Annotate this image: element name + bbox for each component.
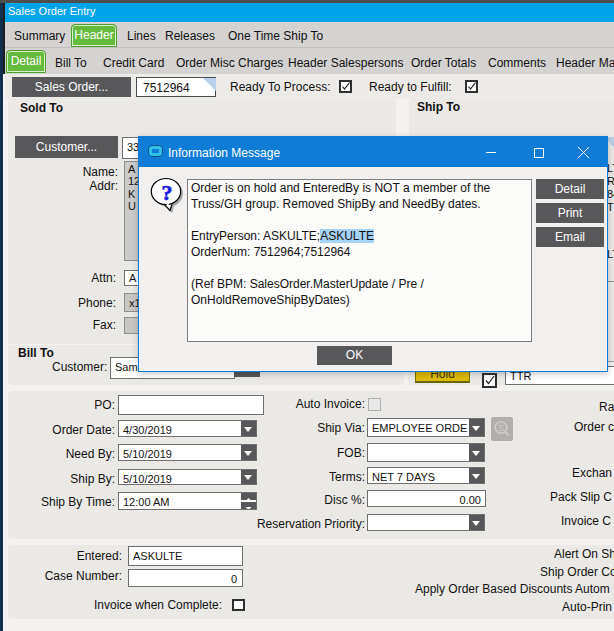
svg-text:S: S [498,423,504,433]
svg-text:?: ? [161,180,172,205]
